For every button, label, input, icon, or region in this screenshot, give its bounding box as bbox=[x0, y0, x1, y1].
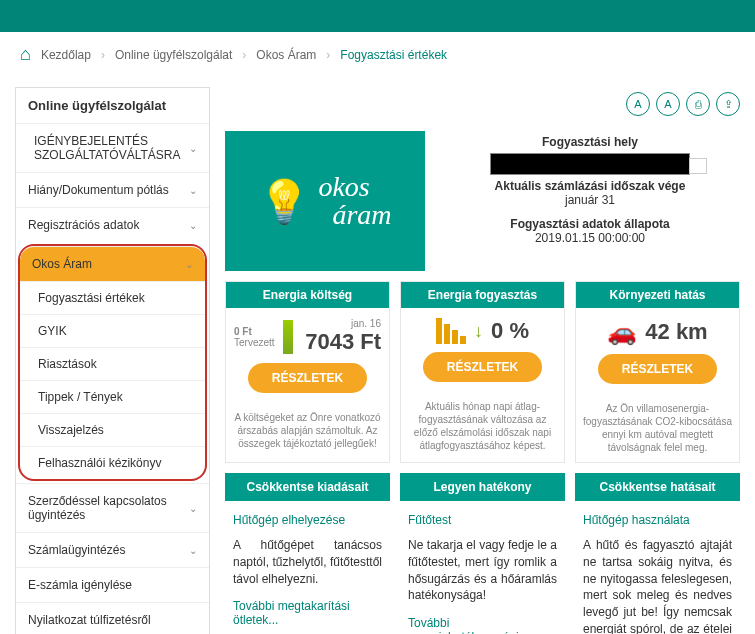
sidebar-item[interactable]: IGÉNYBEJELENTÉS SZOLGÁLTATÓVÁLTÁSRA⌄ bbox=[16, 123, 209, 172]
planned-sub: 0 Ft Tervezett bbox=[234, 326, 275, 348]
bars-icon bbox=[436, 318, 466, 344]
chevron-down-icon: ⌄ bbox=[189, 185, 197, 196]
sidebar-item[interactable]: Számlaügyintézés⌄ bbox=[16, 532, 209, 567]
tip-header: Csökkentse kiadásait bbox=[225, 473, 390, 501]
chevron-right-icon: › bbox=[326, 48, 330, 62]
sidebar-title: Online ügyfélszolgálat bbox=[16, 88, 209, 123]
home-icon[interactable]: ⌂ bbox=[20, 44, 31, 65]
car-icon: 🚗 bbox=[607, 318, 637, 346]
location-select[interactable] bbox=[490, 153, 690, 175]
sidebar-item[interactable]: Hiány/Dokumentum pótlás⌄ bbox=[16, 172, 209, 207]
sidebar: Online ügyfélszolgálat IGÉNYBEJELENTÉS S… bbox=[15, 87, 210, 634]
sidebar-subitem[interactable]: Riasztások bbox=[20, 347, 205, 380]
details-button[interactable]: RÉSZLETEK bbox=[248, 363, 367, 393]
tip-header: Legyen hatékony bbox=[400, 473, 565, 501]
topbar bbox=[0, 0, 755, 32]
print-icon[interactable]: ⎙ bbox=[686, 92, 710, 116]
active-menu-group: Okos Áram⌄ Fogyasztási értékek GYIK Rias… bbox=[18, 244, 207, 481]
period-value: január 31 bbox=[440, 193, 740, 207]
date-label: jan. 16 bbox=[301, 318, 381, 329]
sidebar-item-label: Szerződéssel kapcsolatos ügyintézés bbox=[28, 494, 189, 522]
font-decrease-icon[interactable]: A bbox=[626, 92, 650, 116]
toolbar: A A ⎙ ⇪ bbox=[225, 87, 740, 121]
chevron-right-icon: › bbox=[101, 48, 105, 62]
chevron-down-icon: ⌄ bbox=[189, 220, 197, 231]
tip-link[interactable]: További energiahatékonysági ötletek... bbox=[408, 616, 557, 634]
tip-link[interactable]: További megtakarítási ötletek... bbox=[233, 599, 382, 627]
sidebar-item[interactable]: Regisztrációs adatok⌄ bbox=[16, 207, 209, 242]
tip-header: Csökkentse hatásait bbox=[575, 473, 740, 501]
arrow-down-icon: ↓ bbox=[474, 321, 483, 342]
consumption-value: 0 % bbox=[491, 318, 529, 344]
chevron-down-icon: ⌄ bbox=[185, 259, 193, 270]
card-header: Energia fogyasztás bbox=[401, 282, 564, 308]
details-button[interactable]: RÉSZLETEK bbox=[423, 352, 542, 382]
state-value: 2019.01.15 00:00:00 bbox=[440, 231, 740, 245]
card-environmental: Környezeti hatás 🚗 42 km RÉSZLETEK Az Ön… bbox=[575, 281, 740, 463]
location-label: Fogyasztási hely bbox=[440, 135, 740, 149]
sidebar-item-label: Regisztrációs adatok bbox=[28, 218, 139, 232]
sidebar-item[interactable]: Szerződéssel kapcsolatos ügyintézés⌄ bbox=[16, 483, 209, 532]
chevron-down-icon: ⌄ bbox=[189, 545, 197, 556]
tip-text: Ne takarja el vagy fedje le a fűtőtestet… bbox=[408, 537, 557, 604]
sidebar-subitem[interactable]: Felhasználói kézikönyv bbox=[20, 446, 205, 479]
breadcrumb-item[interactable]: Online ügyfélszolgálat bbox=[115, 48, 232, 62]
tip-title: Hűtőgép elhelyezése bbox=[233, 513, 382, 527]
card-energy-cost: Energia költség 0 Ft Tervezett jan. 16 7… bbox=[225, 281, 390, 463]
info-panel: Fogyasztási hely Aktuális számlázási idő… bbox=[440, 131, 740, 271]
card-note: A költségeket az Önre vonatkozó árszabás… bbox=[226, 403, 389, 458]
env-value: 42 km bbox=[645, 319, 707, 345]
sidebar-item[interactable]: E-számla igénylése bbox=[16, 567, 209, 602]
sidebar-item-label: Okos Áram bbox=[32, 257, 92, 271]
sidebar-item-label: Nyilatkozat túlfizetésről bbox=[28, 613, 151, 627]
period-label: Aktuális számlázási időszak vége bbox=[440, 179, 740, 193]
card-header: Energia költség bbox=[226, 282, 389, 308]
sidebar-subitem[interactable]: Tippek / Tények bbox=[20, 380, 205, 413]
logo-card: 💡 okos áram bbox=[225, 131, 425, 271]
sidebar-item-label: E-számla igénylése bbox=[28, 578, 132, 592]
sidebar-subitem[interactable]: Fogyasztási értékek bbox=[20, 281, 205, 314]
breadcrumb-item[interactable]: Okos Áram bbox=[256, 48, 316, 62]
tip-text: A hűtő és fagyasztó ajtaját ne tartsa so… bbox=[583, 537, 732, 634]
logo-line2: áram bbox=[318, 201, 391, 229]
chevron-down-icon: ⌄ bbox=[189, 143, 197, 154]
card-energy-consumption: Energia fogyasztás ↓ 0 % RÉSZLETEK Aktuá… bbox=[400, 281, 565, 463]
tip-efficiency: Legyen hatékony Fűtőtest Ne takarja el v… bbox=[400, 473, 565, 634]
breadcrumb-item[interactable]: Kezdőlap bbox=[41, 48, 91, 62]
logo-line1: okos bbox=[318, 173, 391, 201]
details-button[interactable]: RÉSZLETEK bbox=[598, 354, 717, 384]
card-header: Környezeti hatás bbox=[576, 282, 739, 308]
sidebar-item-label: IGÉNYBEJELENTÉS SZOLGÁLTATÓVÁLTÁSRA bbox=[34, 134, 189, 162]
cost-value: 7043 Ft bbox=[301, 329, 381, 355]
sidebar-item[interactable]: Nyilatkozat túlfizetésről bbox=[16, 602, 209, 634]
tip-savings: Csökkentse kiadásait Hűtőgép elhelyezése… bbox=[225, 473, 390, 634]
share-icon[interactable]: ⇪ bbox=[716, 92, 740, 116]
tip-title: Hűtőgép használata bbox=[583, 513, 732, 527]
tip-environment: Csökkentse hatásait Hűtőgép használata A… bbox=[575, 473, 740, 634]
bar-icon bbox=[283, 320, 293, 354]
state-label: Fogyasztási adatok állapota bbox=[440, 217, 740, 231]
main-content: A A ⎙ ⇪ 💡 okos áram Fogyasztási hely Akt… bbox=[225, 87, 740, 634]
breadcrumb-current: Fogyasztási értékek bbox=[340, 48, 447, 62]
sidebar-item-label: Hiány/Dokumentum pótlás bbox=[28, 183, 169, 197]
chevron-down-icon: ⌄ bbox=[189, 503, 197, 514]
sidebar-subitem[interactable]: GYIK bbox=[20, 314, 205, 347]
tip-text: A hűtőgépet tanácsos naptól, tűzhelytől,… bbox=[233, 537, 382, 587]
card-note: Aktuális hónap napi átlag-fogyasztásának… bbox=[401, 392, 564, 460]
bulb-icon: 💡 bbox=[258, 177, 310, 226]
card-note: Az Ön villamosenergia-fogyasztásának CO2… bbox=[576, 394, 739, 462]
font-increase-icon[interactable]: A bbox=[656, 92, 680, 116]
tip-title: Fűtőtest bbox=[408, 513, 557, 527]
breadcrumb: ⌂ Kezdőlap › Online ügyfélszolgálat › Ok… bbox=[0, 32, 755, 77]
sidebar-subitem[interactable]: Visszajelzés bbox=[20, 413, 205, 446]
sidebar-item-label: Számlaügyintézés bbox=[28, 543, 125, 557]
sidebar-item-okosaram[interactable]: Okos Áram⌄ bbox=[20, 246, 205, 281]
chevron-right-icon: › bbox=[242, 48, 246, 62]
